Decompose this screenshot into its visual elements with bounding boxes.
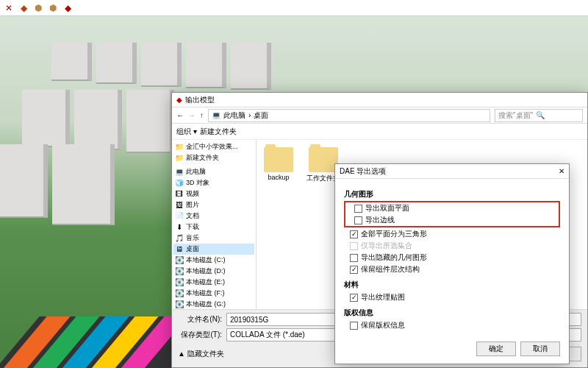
tree-label: 本地磁盘 (D:) [186, 266, 226, 276]
dae-options-title: DAE 导出选项 [340, 166, 386, 177]
tree-item[interactable]: 💽本地磁盘 (C:) [173, 255, 254, 266]
app-icon: ◆ [176, 96, 182, 104]
opt-hidden-geom[interactable]: 导出隐藏的几何图形 [344, 252, 560, 263]
tree-label: 图片 [186, 200, 199, 210]
nav-up-icon[interactable]: ↑ [200, 111, 204, 119]
tool-ruby-icon[interactable]: ◆ [62, 2, 74, 14]
opt-edges[interactable]: 导出边线 [348, 214, 556, 226]
folder-icon [309, 147, 338, 172]
app-toolbar: ✕ ◆ ⬢ ⬢ ◆ [0, 0, 588, 16]
section-credits: 版权信息 [344, 308, 560, 318]
tree-item[interactable]: 📁金汇中小学效果... [173, 141, 254, 152]
ok-button[interactable]: 确定 [476, 342, 516, 356]
dialog-title-text: 输出模型 [185, 95, 215, 105]
highlight-box: 导出双面平面 导出边线 [344, 201, 560, 227]
nav-back-icon[interactable]: ← [176, 111, 184, 119]
tree-item[interactable]: 💽本地磁盘 (G:) [173, 299, 254, 309]
tree-icon: 💽 [175, 289, 184, 298]
tree-icon: 💽 [175, 300, 184, 309]
tree-item[interactable]: 💻此电脑 [173, 166, 254, 177]
tree-icon: 💽 [175, 267, 184, 276]
tree-label: 本地磁盘 (F:) [186, 289, 225, 298]
folder-tree[interactable]: 📁金汇中小学效果...📁新建文件夹💻此电脑🧊3D 对象🎞视频🖼图片📄文档⬇下载🎵… [172, 140, 257, 309]
cancel-button-dae[interactable]: 取消 [520, 342, 560, 356]
filename-label: 文件名(N): [178, 314, 222, 325]
section-material: 材料 [344, 280, 560, 290]
tree-label: 此电脑 [186, 167, 206, 177]
tree-icon: 📁 [175, 143, 184, 152]
close-icon[interactable]: ✕ [559, 167, 564, 175]
savetype-label: 保存类型(T): [178, 330, 222, 340]
tree-label: 音乐 [186, 233, 199, 243]
tree-label: 本地磁盘 (E:) [186, 277, 225, 287]
opt-hierarchy[interactable]: ✓保留组件层次结构 [344, 263, 560, 275]
tree-item[interactable]: 💽本地磁盘 (E:) [173, 277, 254, 288]
tree-label: 金汇中小学效果... [186, 142, 238, 152]
tree-item[interactable]: 📄文档 [173, 210, 254, 222]
new-folder-button[interactable]: 新建文件夹 [200, 127, 237, 137]
tree-icon: 🎞 [175, 190, 184, 199]
nav-fwd-icon[interactable]: → [188, 111, 196, 119]
tree-label: 3D 对象 [186, 178, 209, 188]
tree-icon: 🎵 [175, 234, 184, 243]
tree-label: 视频 [186, 189, 199, 199]
tool-plugin-icon[interactable]: ◆ [18, 2, 29, 14]
tree-item[interactable]: 🖼图片 [173, 199, 254, 210]
dae-options-dialog: DAE 导出选项 ✕ 几何图形 导出双面平面 导出边线 ✓全部平面分为三角形 仅… [334, 163, 570, 364]
search-placeholder: 搜索"桌面" [498, 110, 533, 121]
tree-label: 文档 [186, 211, 199, 221]
tree-item[interactable]: 💽本地磁盘 (D:) [173, 266, 254, 277]
export-dialog-title: ◆ 输出模型 [172, 93, 587, 107]
tree-label: 本地磁盘 (G:) [186, 300, 226, 309]
tree-label: 桌面 [186, 244, 199, 254]
tree-icon: 📄 [175, 212, 184, 221]
organize-menu[interactable]: 组织 ▾ [176, 127, 197, 137]
tree-item[interactable]: 🧊3D 对象 [173, 177, 254, 188]
tree-icon: 🖼 [175, 201, 184, 210]
opt-triangulate[interactable]: ✓全部平面分为三角形 [344, 228, 560, 240]
section-geometry: 几何图形 [344, 189, 560, 199]
pc-icon: 💻 [212, 111, 220, 119]
opt-credits[interactable]: 保留版权信息 [344, 319, 560, 331]
tree-item[interactable]: 🖥桌面 [173, 244, 254, 255]
tree-item[interactable]: 💽本地磁盘 (F:) [173, 288, 254, 299]
folder-icon [264, 147, 293, 172]
tree-item[interactable]: 📁新建文件夹 [173, 152, 254, 163]
opt-selection-only: 仅导出所选集合 [344, 240, 560, 252]
tree-label: 下载 [186, 222, 199, 232]
tool-render-icon[interactable]: ⬢ [32, 2, 44, 14]
tool-cut-icon[interactable]: ✕ [3, 2, 15, 14]
tree-icon: ⬇ [175, 223, 184, 232]
tree-item[interactable]: ⬇下载 [173, 222, 254, 233]
tree-item[interactable]: 🎞视频 [173, 188, 254, 199]
tree-icon: 🧊 [175, 179, 184, 188]
tree-icon: 💽 [175, 278, 184, 287]
opt-two-sided[interactable]: 导出双面平面 [348, 202, 556, 214]
tree-icon: 📁 [175, 154, 184, 163]
tree-icon: 🖥 [175, 245, 184, 254]
opt-textures[interactable]: ✓导出纹理贴图 [344, 291, 560, 303]
tree-label: 本地磁盘 (C:) [186, 255, 226, 265]
folder-label: backup [268, 174, 289, 181]
folder-item[interactable]: backup [264, 147, 293, 181]
tree-icon: 💻 [175, 168, 184, 177]
breadcrumb[interactable]: 💻 此电脑 › 桌面 [208, 109, 490, 122]
tree-item[interactable]: 🎵音乐 [173, 233, 254, 244]
search-input[interactable]: 搜索"桌面" 🔍 [495, 109, 583, 122]
search-icon: 🔍 [536, 111, 545, 119]
tree-icon: 💽 [175, 256, 184, 265]
tree-label: 新建文件夹 [186, 153, 219, 163]
hide-folders-toggle[interactable]: ▲ 隐藏文件夹 [178, 349, 224, 359]
tool-preset-icon[interactable]: ⬢ [47, 2, 59, 14]
